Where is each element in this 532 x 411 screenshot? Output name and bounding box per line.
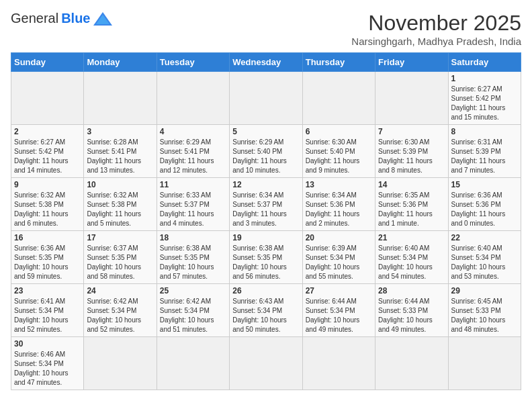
weekday-header-wednesday: Wednesday — [230, 53, 302, 72]
calendar-cell: 26Sunrise: 6:43 AM Sunset: 5:34 PM Dayli… — [230, 284, 302, 337]
logo-general-text: General — [11, 11, 58, 26]
day-info: Sunrise: 6:44 AM Sunset: 5:34 PM Dayligh… — [306, 297, 372, 334]
day-number: 3 — [87, 127, 153, 136]
weekday-header-monday: Monday — [84, 53, 157, 72]
calendar-cell: 14Sunrise: 6:35 AM Sunset: 5:36 PM Dayli… — [375, 178, 448, 231]
weekday-header-row: SundayMondayTuesdayWednesdayThursdayFrid… — [11, 53, 521, 72]
day-info: Sunrise: 6:27 AM Sunset: 5:42 PM Dayligh… — [14, 138, 81, 175]
day-number: 11 — [160, 180, 226, 189]
calendar-cell — [84, 337, 157, 390]
day-info: Sunrise: 6:46 AM Sunset: 5:34 PM Dayligh… — [14, 350, 81, 387]
day-number: 29 — [451, 286, 518, 295]
calendar-cell: 23Sunrise: 6:41 AM Sunset: 5:34 PM Dayli… — [11, 284, 84, 337]
header: General Blue November 2025 Narsinghgarh,… — [11, 11, 521, 47]
calendar-cell — [157, 72, 229, 125]
day-number: 14 — [378, 180, 445, 189]
calendar-cell: 10Sunrise: 6:32 AM Sunset: 5:38 PM Dayli… — [84, 178, 157, 231]
day-number: 6 — [306, 127, 372, 136]
week-row-1: 1Sunrise: 6:27 AM Sunset: 5:42 PM Daylig… — [11, 72, 521, 125]
calendar-cell: 20Sunrise: 6:39 AM Sunset: 5:34 PM Dayli… — [302, 231, 375, 284]
calendar-cell — [375, 337, 448, 390]
day-number: 18 — [160, 233, 226, 242]
day-number: 21 — [378, 233, 445, 242]
calendar-cell: 24Sunrise: 6:42 AM Sunset: 5:34 PM Dayli… — [84, 284, 157, 337]
day-number: 24 — [87, 286, 153, 295]
weekday-header-friday: Friday — [375, 53, 448, 72]
day-info: Sunrise: 6:42 AM Sunset: 5:34 PM Dayligh… — [160, 297, 226, 334]
week-row-4: 16Sunrise: 6:36 AM Sunset: 5:35 PM Dayli… — [11, 231, 521, 284]
calendar-cell: 4Sunrise: 6:29 AM Sunset: 5:41 PM Daylig… — [157, 125, 229, 178]
day-number: 13 — [306, 180, 372, 189]
day-info: Sunrise: 6:29 AM Sunset: 5:41 PM Dayligh… — [160, 138, 226, 175]
calendar-cell — [11, 72, 84, 125]
calendar-cell: 29Sunrise: 6:45 AM Sunset: 5:33 PM Dayli… — [448, 284, 521, 337]
calendar-cell — [230, 337, 302, 390]
week-row-5: 23Sunrise: 6:41 AM Sunset: 5:34 PM Dayli… — [11, 284, 521, 337]
day-number: 4 — [160, 127, 226, 136]
day-info: Sunrise: 6:34 AM Sunset: 5:36 PM Dayligh… — [306, 191, 372, 228]
day-number: 15 — [451, 180, 518, 189]
calendar-cell: 16Sunrise: 6:36 AM Sunset: 5:35 PM Dayli… — [11, 231, 84, 284]
calendar-cell: 18Sunrise: 6:38 AM Sunset: 5:35 PM Dayli… — [157, 231, 229, 284]
day-info: Sunrise: 6:28 AM Sunset: 5:41 PM Dayligh… — [87, 138, 153, 175]
day-info: Sunrise: 6:30 AM Sunset: 5:40 PM Dayligh… — [306, 138, 372, 175]
day-info: Sunrise: 6:33 AM Sunset: 5:37 PM Dayligh… — [160, 191, 226, 228]
calendar-cell — [302, 72, 375, 125]
calendar-cell: 3Sunrise: 6:28 AM Sunset: 5:41 PM Daylig… — [84, 125, 157, 178]
calendar-cell: 15Sunrise: 6:36 AM Sunset: 5:36 PM Dayli… — [448, 178, 521, 231]
day-number: 16 — [14, 233, 81, 242]
calendar-cell: 12Sunrise: 6:34 AM Sunset: 5:37 PM Dayli… — [230, 178, 302, 231]
logo-icon — [93, 12, 112, 26]
calendar-cell: 11Sunrise: 6:33 AM Sunset: 5:37 PM Dayli… — [157, 178, 229, 231]
week-row-2: 2Sunrise: 6:27 AM Sunset: 5:42 PM Daylig… — [11, 125, 521, 178]
day-info: Sunrise: 6:27 AM Sunset: 5:42 PM Dayligh… — [451, 85, 518, 122]
logo-blue-text: Blue — [61, 11, 90, 26]
day-info: Sunrise: 6:39 AM Sunset: 5:34 PM Dayligh… — [306, 244, 372, 281]
day-info: Sunrise: 6:40 AM Sunset: 5:34 PM Dayligh… — [378, 244, 445, 281]
calendar-cell — [230, 72, 302, 125]
calendar-cell: 7Sunrise: 6:30 AM Sunset: 5:39 PM Daylig… — [375, 125, 448, 178]
month-title: November 2025 — [351, 11, 521, 36]
day-number: 30 — [14, 339, 81, 349]
calendar-cell — [302, 337, 375, 390]
calendar-cell: 30Sunrise: 6:46 AM Sunset: 5:34 PM Dayli… — [11, 337, 84, 390]
day-number: 22 — [451, 233, 518, 242]
calendar-cell: 25Sunrise: 6:42 AM Sunset: 5:34 PM Dayli… — [157, 284, 229, 337]
day-info: Sunrise: 6:29 AM Sunset: 5:40 PM Dayligh… — [232, 138, 299, 175]
weekday-header-saturday: Saturday — [448, 53, 521, 72]
calendar-cell: 28Sunrise: 6:44 AM Sunset: 5:33 PM Dayli… — [375, 284, 448, 337]
calendar-cell — [157, 337, 229, 390]
day-info: Sunrise: 6:45 AM Sunset: 5:33 PM Dayligh… — [451, 297, 518, 334]
day-number: 23 — [14, 286, 81, 295]
day-info: Sunrise: 6:30 AM Sunset: 5:39 PM Dayligh… — [378, 138, 445, 175]
day-info: Sunrise: 6:36 AM Sunset: 5:35 PM Dayligh… — [14, 244, 81, 281]
week-row-6: 30Sunrise: 6:46 AM Sunset: 5:34 PM Dayli… — [11, 337, 521, 390]
calendar-cell: 1Sunrise: 6:27 AM Sunset: 5:42 PM Daylig… — [448, 72, 521, 125]
day-number: 8 — [451, 127, 518, 136]
day-info: Sunrise: 6:35 AM Sunset: 5:36 PM Dayligh… — [378, 191, 445, 228]
calendar-cell: 27Sunrise: 6:44 AM Sunset: 5:34 PM Dayli… — [302, 284, 375, 337]
day-info: Sunrise: 6:41 AM Sunset: 5:34 PM Dayligh… — [14, 297, 81, 334]
day-number: 2 — [14, 127, 81, 136]
day-info: Sunrise: 6:38 AM Sunset: 5:35 PM Dayligh… — [232, 244, 299, 281]
day-number: 5 — [232, 127, 299, 136]
day-info: Sunrise: 6:31 AM Sunset: 5:39 PM Dayligh… — [451, 138, 518, 175]
weekday-header-thursday: Thursday — [302, 53, 375, 72]
calendar-cell: 9Sunrise: 6:32 AM Sunset: 5:38 PM Daylig… — [11, 178, 84, 231]
day-info: Sunrise: 6:42 AM Sunset: 5:34 PM Dayligh… — [87, 297, 153, 334]
day-number: 7 — [378, 127, 445, 136]
day-number: 25 — [160, 286, 226, 295]
calendar-cell: 2Sunrise: 6:27 AM Sunset: 5:42 PM Daylig… — [11, 125, 84, 178]
calendar-cell — [375, 72, 448, 125]
day-info: Sunrise: 6:36 AM Sunset: 5:36 PM Dayligh… — [451, 191, 518, 228]
calendar-cell: 19Sunrise: 6:38 AM Sunset: 5:35 PM Dayli… — [230, 231, 302, 284]
calendar-cell: 6Sunrise: 6:30 AM Sunset: 5:40 PM Daylig… — [302, 125, 375, 178]
calendar-cell — [84, 72, 157, 125]
day-number: 12 — [232, 180, 299, 189]
day-number: 19 — [232, 233, 299, 242]
day-number: 26 — [232, 286, 299, 295]
calendar-cell: 13Sunrise: 6:34 AM Sunset: 5:36 PM Dayli… — [302, 178, 375, 231]
calendar-cell — [448, 337, 521, 390]
logo: General Blue — [11, 11, 112, 26]
day-number: 27 — [306, 286, 372, 295]
